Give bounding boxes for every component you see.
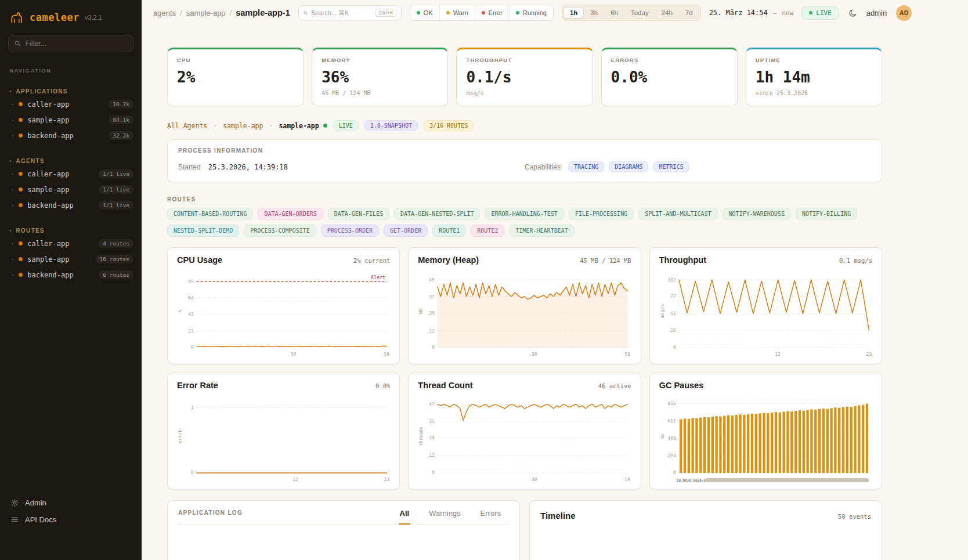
svg-text:12: 12	[429, 328, 435, 334]
sidebar-item-count: 10.7k	[109, 100, 133, 109]
route-pill-data-gen-orders[interactable]: DATA-GEN-ORDERS	[258, 208, 323, 220]
sidebar-item-count: 1/1 live	[99, 201, 133, 209]
sidebar-item-applications-caller-app[interactable]: ▸caller-app10.7k	[0, 96, 142, 112]
sidebar-footer-api-docs[interactable]: API Docs	[10, 515, 131, 524]
route-pill-route1[interactable]: ROUTE1	[432, 225, 466, 237]
svg-text:815: 815	[667, 401, 676, 406]
time-range-24h[interactable]: 24h	[655, 7, 679, 19]
status-filter-ok[interactable]: OK	[410, 5, 439, 20]
avatar[interactable]: AD	[896, 5, 912, 21]
status-dot	[19, 187, 23, 192]
sidebar-item-applications-sample-app[interactable]: ▸sample-app84.1k	[0, 112, 142, 128]
log-tab-warnings[interactable]: Warnings	[428, 509, 461, 525]
status-filter-warn[interactable]: Warn	[439, 5, 475, 20]
route-pill-notify-warehouse[interactable]: NOTIFY-WAREHOUSE	[723, 208, 791, 220]
sidebar-group-applications: ▾APPLICATIONS▸caller-app10.7k▸sample-app…	[0, 86, 142, 143]
filter-input[interactable]	[26, 39, 127, 48]
cpu-usage-chart[interactable]: 021436485%3059Alert	[177, 268, 390, 359]
search-input[interactable]	[311, 9, 372, 16]
route-pill-process-composite[interactable]: PROCESS-COMPOSITE	[244, 225, 316, 237]
sidebar-item-label: sample-app	[27, 186, 69, 194]
error-rate-chart[interactable]: 01err/h1223	[177, 393, 390, 485]
stat-card-errors: ERRORS0.0%	[601, 48, 738, 106]
breadcrumb-item-sample-app[interactable]: sample-app	[186, 9, 226, 17]
agent-breadcrumb-link-all-agents[interactable]: All Agents	[167, 122, 207, 130]
log-tab-errors[interactable]: Errors	[479, 509, 502, 525]
time-range-7d[interactable]: 7d	[679, 7, 699, 19]
topbar-right-group: LIVE admin AD	[801, 5, 912, 21]
breadcrumb-item-agents[interactable]: agents	[153, 9, 176, 17]
sidebar-group-header-agents[interactable]: ▾AGENTS	[0, 156, 142, 166]
time-range-1h[interactable]: 1h	[564, 7, 584, 19]
user-name[interactable]: admin	[866, 9, 887, 17]
log-tab-all[interactable]: All	[399, 509, 411, 525]
log-tabs: AllWarningsErrors	[399, 509, 509, 525]
route-pill-route2[interactable]: ROUTE2	[471, 225, 504, 237]
live-label: LIVE	[816, 9, 832, 17]
chart-meta: 0.0%	[375, 382, 390, 389]
badge-1-0-snapshot: 1.0-SNAPSHOT	[364, 120, 418, 131]
sidebar-filter[interactable]	[8, 35, 133, 52]
stat-card-uptime: UPTIME1h 14msince 25.3.2026	[746, 48, 882, 106]
stats-row: CPU2%MEMORY36%45 MB / 124 MBTHROUGHPUT0.…	[167, 48, 882, 106]
status-filter-label: Running	[523, 9, 547, 16]
route-pill-process-order[interactable]: PROCESS-ORDER	[321, 225, 379, 237]
route-pill-data-gen-files[interactable]: DATA-GEN-FILES	[328, 208, 389, 220]
sidebar-group-header-routes[interactable]: ▾ROUTES	[0, 226, 142, 236]
route-pill-error-handling-test[interactable]: ERROR-HANDLING-TEST	[485, 208, 564, 220]
status-dot	[19, 241, 23, 245]
search-box[interactable]: Ctrl+K	[298, 5, 402, 20]
thread-count-chart[interactable]: 012243547threads3059	[418, 393, 631, 485]
svg-text:1: 1	[191, 405, 194, 410]
route-pill-get-order[interactable]: GET-ORDER	[384, 225, 428, 237]
sidebar-item-routes-backend-app[interactable]: ▸backend-app6 routes	[0, 267, 142, 283]
gc-pauses-chart[interactable]: 0204408611815ms20:0820:0820:0820:0820:08…	[659, 393, 872, 485]
svg-text:0: 0	[673, 345, 676, 350]
status-filter-running[interactable]: Running	[509, 5, 553, 20]
time-range-today[interactable]: Today	[624, 7, 655, 19]
sidebar-item-applications-backend-app[interactable]: ▸backend-app32.2k	[0, 128, 142, 143]
sidebar-spacer	[0, 283, 142, 490]
routes-pills: CONTENT-BASED-ROUTINGDATA-GEN-ORDERSDATA…	[167, 208, 882, 237]
sidebar-item-count: 1/1 live	[99, 169, 133, 178]
memory-heap-chart[interactable]: 012253749MB3059	[418, 268, 631, 359]
chart-title: Thread Count	[418, 381, 472, 390]
capabilities-label: Capabilities	[525, 163, 561, 171]
svg-text:0: 0	[673, 470, 676, 475]
started-value: 25.3.2026, 14:39:18	[208, 163, 288, 171]
chart-card-thread-count: Thread Count46 active012243547threads305…	[408, 373, 641, 490]
capability-badge-tracing: TRACING	[568, 161, 604, 172]
time-range-3h[interactable]: 3h	[584, 7, 604, 19]
app-logo[interactable]: cameleer v3.2.1	[0, 0, 142, 31]
sidebar-group-header-applications[interactable]: ▾APPLICATIONS	[0, 86, 142, 96]
route-pill-file-processing[interactable]: FILE-PROCESSING	[569, 208, 634, 220]
route-pill-data-gen-nested-split[interactable]: DATA-GEN-NESTED-SPLIT	[394, 208, 480, 220]
svg-text:43: 43	[188, 312, 194, 317]
svg-text:ms: ms	[660, 433, 665, 439]
status-filter-error[interactable]: Error	[475, 5, 509, 20]
svg-text:51: 51	[670, 311, 676, 316]
content: CPU2%MEMORY36%45 MB / 124 MBTHROUGHPUT0.…	[142, 26, 968, 560]
route-pill-notify-billing[interactable]: NOTIFY-BILLING	[796, 208, 857, 220]
sidebar-item-agents-sample-app[interactable]: ▸sample-app1/1 live	[0, 182, 142, 197]
route-pill-nested-split-demo[interactable]: NESTED-SPLIT-DEMO	[167, 225, 239, 237]
time-range-6h[interactable]: 6h	[604, 7, 624, 19]
chevron-down-icon: ▾	[9, 89, 12, 94]
route-pill-split-and-multicast[interactable]: SPLIT-AND-MULTICAST	[638, 208, 717, 220]
sidebar: cameleer v3.2.1 NAVIGATION ▾APPLICATIONS…	[0, 0, 142, 560]
sidebar-item-agents-caller-app[interactable]: ▸caller-app1/1 live	[0, 166, 142, 182]
live-badge[interactable]: LIVE	[801, 6, 839, 20]
stat-label: MEMORY	[322, 57, 438, 63]
datetime-range[interactable]: 25. März 14:54 — now	[709, 9, 794, 17]
sidebar-footer-admin[interactable]: Admin	[10, 498, 131, 507]
throughput-chart[interactable]: 0265177102msg/s1223	[659, 268, 872, 359]
sidebar-item-routes-caller-app[interactable]: ▸caller-app4 routes	[0, 236, 142, 251]
route-pill-timer-heartbeat[interactable]: TIMER-HEARTBEAT	[509, 225, 574, 237]
sidebar-item-agents-backend-app[interactable]: ▸backend-app1/1 live	[0, 197, 142, 213]
agent-breadcrumb-link-sample-app[interactable]: sample-app	[223, 122, 263, 130]
theme-toggle-moon-icon[interactable]	[848, 9, 857, 17]
svg-text:611: 611	[667, 418, 676, 424]
route-pill-content-based-routing[interactable]: CONTENT-BASED-ROUTING	[167, 208, 253, 220]
chart-meta: 0.1 msg/s	[839, 257, 872, 264]
sidebar-item-routes-sample-app[interactable]: ▸sample-app16 routes	[0, 251, 142, 267]
